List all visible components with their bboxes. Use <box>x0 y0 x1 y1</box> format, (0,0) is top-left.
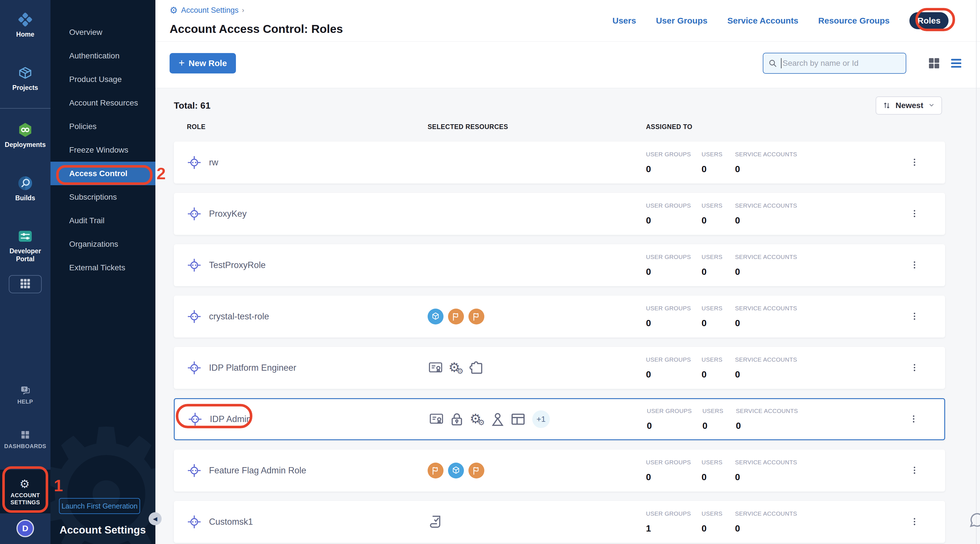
text-cursor <box>781 58 781 68</box>
sidebar-item-authentication[interactable]: Authentication <box>51 44 155 67</box>
users-count: 0 <box>702 472 735 482</box>
row-menu-button[interactable] <box>908 359 921 377</box>
sidebar-item-overview[interactable]: Overview <box>51 21 155 44</box>
role-name[interactable]: ProxyKey <box>209 209 247 219</box>
gear-icon: ⚙ <box>170 6 178 15</box>
sidebar-item-organizations[interactable]: Organizations <box>51 232 155 256</box>
role-row[interactable]: rw USER GROUPS 0 USERS 0 SERVICE ACCOUNT… <box>174 142 945 183</box>
rail-item-builds[interactable]: Builds <box>0 175 51 202</box>
page-header: ⚙ Account Settings › Account Access Cont… <box>155 0 980 42</box>
user-groups-count: 0 <box>647 421 702 431</box>
role-row[interactable]: Customsk1 USER GROUPS 1 USERS 0 SERVICE … <box>174 501 945 543</box>
launch-first-generation-button[interactable]: Launch First Generation <box>59 498 140 514</box>
gears-icon: ⚙⚙ <box>448 360 464 376</box>
tab-service-accounts[interactable]: Service Accounts <box>727 16 799 25</box>
flag-orange-icon <box>468 309 484 324</box>
layout-icon <box>510 411 526 427</box>
sidebar-item-policies[interactable]: Policies <box>51 115 155 138</box>
service-accounts-count: 0 <box>736 421 798 431</box>
users-label: USERS <box>702 356 735 363</box>
user-groups-label: USER GROUPS <box>646 305 702 312</box>
role-row[interactable]: TestProxyRole USER GROUPS 0 USERS 0 SERV… <box>174 244 945 286</box>
search-box[interactable] <box>763 53 906 74</box>
projects-icon <box>17 65 33 81</box>
flag-orange-icon <box>448 309 464 324</box>
user-groups-count: 0 <box>646 472 702 482</box>
sidebar-item-freeze-windows[interactable]: Freeze Windows <box>51 138 155 162</box>
new-role-button[interactable]: + New Role <box>170 53 236 73</box>
tab-resource-groups[interactable]: Resource Groups <box>818 16 890 25</box>
users-label: USERS <box>702 510 735 517</box>
sidebar-item-account-resources[interactable]: Account Resources <box>51 91 155 115</box>
service-accounts-count: 0 <box>735 472 797 482</box>
apps-grid-icon <box>19 277 32 291</box>
tab-roles[interactable]: Roles <box>909 12 948 29</box>
role-row[interactable]: Feature Flag Admin Role USER GROUPS 0 US… <box>174 450 945 492</box>
user-groups-label: USER GROUPS <box>646 459 702 466</box>
settings-sidebar: ⚙ OverviewAuthenticationProduct UsageAcc… <box>51 0 155 544</box>
role-name[interactable]: IDP Platform Engineer <box>209 363 296 373</box>
role-name[interactable]: IDP Admin <box>210 414 251 424</box>
role-target-icon <box>187 514 202 529</box>
rail-item-projects[interactable]: Projects <box>0 65 51 92</box>
rail-item-help[interactable]: ?HELP <box>0 381 51 409</box>
sidebar-item-external-tickets[interactable]: External Tickets <box>51 256 155 279</box>
lock-icon <box>449 411 465 427</box>
users-label: USERS <box>702 151 735 158</box>
row-menu-button[interactable] <box>908 307 921 326</box>
users-count: 0 <box>702 164 735 175</box>
sidebar-item-product-usage[interactable]: Product Usage <box>51 67 155 91</box>
module-list: HomeProjectsDeploymentsBuildsDeveloper P… <box>0 11 51 289</box>
sidebar-item-audit-trail[interactable]: Audit Trail <box>51 209 155 232</box>
role-name[interactable]: Feature Flag Admin Role <box>209 465 306 476</box>
breadcrumb-account-settings-link[interactable]: Account Settings <box>181 6 239 15</box>
role-name[interactable]: Customsk1 <box>209 517 253 527</box>
selected-resources <box>428 514 646 530</box>
tab-user-groups[interactable]: User Groups <box>656 16 708 25</box>
row-menu-button[interactable] <box>908 513 921 531</box>
sort-label: Newest <box>896 101 923 110</box>
tab-users[interactable]: Users <box>612 16 636 25</box>
rail-item-dashboards[interactable]: DASHBOARDS <box>0 425 51 454</box>
list-view-button[interactable] <box>950 56 963 70</box>
users-count: 0 <box>702 523 735 534</box>
row-menu-button[interactable] <box>908 205 921 223</box>
role-name[interactable]: rw <box>209 157 218 168</box>
role-row[interactable]: IDP Admin ⚙⚙+1 USER GROUPS 0 USERS 0 SER… <box>174 398 945 440</box>
sort-dropdown[interactable]: Newest <box>876 96 942 115</box>
user-avatar[interactable]: D <box>16 520 34 537</box>
users-label: USERS <box>702 407 736 414</box>
rail-item-label: DASHBOARDS <box>4 443 46 450</box>
scrollbar[interactable] <box>976 0 977 544</box>
row-menu-button[interactable] <box>908 153 921 172</box>
rail-item-developer-portal[interactable]: Developer Portal <box>0 228 51 263</box>
user-groups-count: 0 <box>646 164 702 175</box>
role-row[interactable]: crystal-test-role USER GROUPS 0 USERS 0 … <box>174 296 945 337</box>
cube-blue-icon <box>448 463 464 479</box>
role-name[interactable]: TestProxyRole <box>209 260 266 270</box>
row-menu-button[interactable] <box>908 461 921 480</box>
rail-item-label: ACCOUNT SETTINGS <box>4 492 46 506</box>
role-name[interactable]: crystal-test-role <box>209 312 269 321</box>
role-row[interactable]: IDP Platform Engineer ⚙⚙ USER GROUPS 0 U… <box>174 347 945 389</box>
sidebar-item-access-control[interactable]: Access Control <box>51 162 155 185</box>
role-row[interactable]: ProxyKey USER GROUPS 0 USERS 0 SERVICE A… <box>174 193 945 235</box>
user-groups-count: 0 <box>646 318 702 328</box>
chevron-down-icon <box>928 101 935 110</box>
selected-resources: ⚙⚙ <box>428 360 646 376</box>
user-groups-count: 0 <box>646 215 702 226</box>
rail-item-account-settings[interactable]: ⚙ACCOUNT SETTINGS <box>0 470 51 513</box>
sidebar-item-subscriptions[interactable]: Subscriptions <box>51 185 155 209</box>
rail-item-home[interactable]: Home <box>0 11 51 38</box>
rail-item-deployments[interactable]: Deployments <box>0 122 51 149</box>
breadcrumb: ⚙ Account Settings › <box>170 6 244 15</box>
all-modules-button[interactable] <box>9 275 42 293</box>
grid-view-button[interactable] <box>927 56 941 70</box>
row-menu-button[interactable] <box>908 256 921 274</box>
sidebar-collapse-button[interactable]: ◀ <box>149 512 162 525</box>
settings-menu: OverviewAuthenticationProduct UsageAccou… <box>51 0 155 279</box>
chat-help-icon[interactable] <box>968 511 980 529</box>
more-resources-badge: +1 <box>532 410 550 428</box>
search-input[interactable] <box>782 59 901 68</box>
row-menu-button[interactable] <box>907 410 920 428</box>
